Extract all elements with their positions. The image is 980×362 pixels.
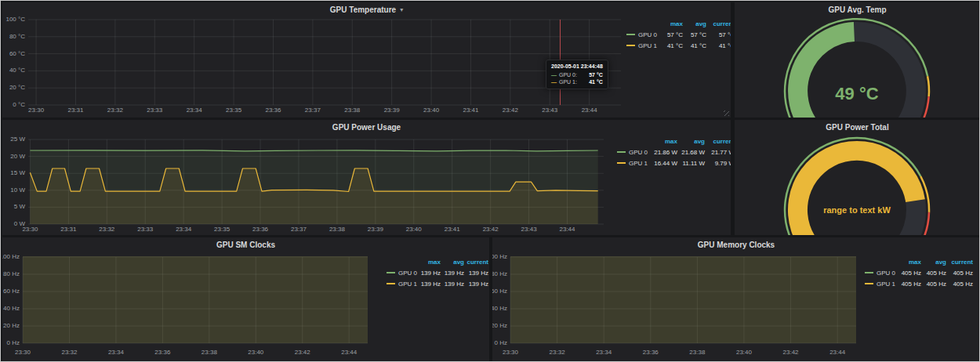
legend-value: 139 Hz bbox=[417, 270, 441, 277]
legend-header-avg[interactable]: avg bbox=[683, 20, 706, 27]
legend-header-max[interactable]: max bbox=[417, 259, 441, 266]
y-axis-label: 15 W bbox=[10, 170, 25, 176]
x-axis-label: 23:44 bbox=[829, 349, 845, 356]
legend-value: 41 °C bbox=[657, 42, 683, 49]
legend-value: 41 °C bbox=[706, 42, 731, 49]
x-axis-label: 23:40 bbox=[423, 107, 439, 114]
legend-value: 11.11 W bbox=[677, 160, 705, 167]
legend-value: 139 Hz bbox=[417, 281, 441, 288]
x-axis-label: 23:31 bbox=[67, 107, 83, 114]
chart-gpu-temperature[interactable]: 100 °C80 °C60 °C40 °C20 °C0 °C23:3023:31… bbox=[2, 2, 731, 118]
y-axis-label: 60 Hz bbox=[3, 288, 20, 295]
x-axis-label: 23:30 bbox=[28, 107, 44, 114]
legend-table: maxavgcurrentGPU 057 °C57 °C57 °CGPU 141… bbox=[626, 18, 729, 51]
x-axis-label: 23:40 bbox=[736, 349, 752, 356]
y-axis-label: 80 Hz bbox=[492, 271, 507, 277]
x-axis-label: 23:44 bbox=[582, 107, 597, 114]
legend-series-name[interactable]: GPU 0 bbox=[617, 149, 648, 156]
series-dash-icon bbox=[865, 283, 873, 284]
y-axis-label: 100 Hz bbox=[2, 254, 20, 260]
legend-header-current[interactable]: current bbox=[464, 259, 488, 266]
legend-header-current[interactable]: current bbox=[946, 259, 973, 266]
legend-header-max[interactable]: max bbox=[895, 259, 921, 266]
y-axis-label: 20 Hz bbox=[3, 323, 20, 329]
legend-value: 405 Hz bbox=[921, 281, 946, 288]
chart-gpu-sm-clocks[interactable]: 100 Hz80 Hz60 Hz40 Hz20 Hz0 Hz23:3023:32… bbox=[2, 237, 489, 361]
x-axis-label: 23:32 bbox=[550, 349, 565, 356]
chart-gpu-power-usage[interactable]: 25 W20 W15 W10 W5 W0 W23:3023:3123:3223:… bbox=[2, 120, 731, 235]
panel-header-gpu-power-usage[interactable]: GPU Power Usage bbox=[2, 120, 731, 134]
legend-header-avg[interactable]: avg bbox=[441, 259, 464, 266]
legend-header-current[interactable]: current bbox=[706, 20, 731, 27]
legend-value: 405 Hz bbox=[895, 270, 921, 277]
legend-series-name[interactable]: GPU 0 bbox=[865, 270, 895, 277]
legend-value: 21.86 W bbox=[648, 149, 677, 156]
panel-header-gpu-sm-clocks[interactable]: GPU SM Clocks bbox=[2, 237, 489, 252]
y-axis-label: 0 Hz bbox=[7, 340, 20, 346]
legend-value: 41 °C bbox=[683, 42, 706, 49]
panel-title[interactable]: GPU Temperature bbox=[330, 5, 396, 14]
x-axis-label: 23:34 bbox=[187, 107, 202, 114]
x-axis-label: 23:30 bbox=[503, 349, 518, 356]
series-dash-icon: — bbox=[551, 78, 557, 85]
x-axis-label: 23:32 bbox=[61, 349, 77, 356]
panel-gpu-temperature: GPU Temperature ▾ 100 °C80 °C60 °C40 °C2… bbox=[2, 2, 731, 118]
legend-table: maxavgcurrentGPU 0405 Hz405 Hz405 HzGPU … bbox=[865, 256, 970, 289]
x-axis-label: 23:36 bbox=[154, 349, 170, 356]
panel-resize-handle[interactable] bbox=[724, 110, 729, 116]
series-dash-icon bbox=[617, 162, 626, 164]
x-axis-label: 23:38 bbox=[344, 107, 360, 114]
panel-header-gpu-memory-clocks[interactable]: GPU Memory Clocks bbox=[492, 237, 980, 252]
legend-value: 139 Hz bbox=[464, 281, 488, 288]
panel-title[interactable]: GPU Power Usage bbox=[332, 123, 401, 132]
legend-value: 139 Hz bbox=[441, 270, 464, 277]
x-axis-label: 23:34 bbox=[108, 349, 124, 356]
x-axis-label: 23:37 bbox=[305, 107, 321, 114]
x-axis-label: 23:44 bbox=[341, 349, 357, 356]
panel-title[interactable]: GPU Power Total bbox=[826, 123, 888, 132]
panel-title[interactable]: GPU SM Clocks bbox=[216, 241, 275, 249]
panel-header-gpu-temperature[interactable]: GPU Temperature ▾ bbox=[2, 2, 731, 16]
legend-series-name[interactable]: GPU 1 bbox=[626, 42, 657, 49]
y-axis-label: 20 Hz bbox=[492, 323, 507, 329]
x-axis-label: 23:39 bbox=[384, 107, 400, 114]
panel-title[interactable]: GPU Avg. Temp bbox=[828, 5, 886, 14]
legend-header-avg[interactable]: avg bbox=[921, 259, 946, 266]
panel-title[interactable]: GPU Memory Clocks bbox=[698, 241, 775, 249]
series-dash-icon bbox=[626, 45, 635, 46]
legend-value: 405 Hz bbox=[946, 270, 973, 277]
series-dash-icon bbox=[387, 283, 395, 284]
legend-header-max[interactable]: max bbox=[657, 20, 683, 27]
legend-header-avg[interactable]: avg bbox=[677, 138, 705, 145]
panel-header-gpu-avg-temp[interactable]: GPU Avg. Temp bbox=[735, 2, 980, 16]
graph-tooltip: 2020-05-01 23:44:48 — GPU 0: 57 °C — GPU… bbox=[546, 60, 608, 89]
y-axis-label: 5 W bbox=[14, 204, 25, 210]
x-axis-label: 23:42 bbox=[295, 349, 310, 356]
legend-series-name[interactable]: GPU 0 bbox=[387, 270, 417, 277]
x-axis-label: 23:35 bbox=[214, 226, 230, 233]
chart-gpu-memory-clocks[interactable]: 100 Hz80 Hz60 Hz40 Hz20 Hz0 Hz23:3023:32… bbox=[492, 237, 980, 361]
panel-gpu-avg-temp: GPU Avg. Temp 49 °C bbox=[735, 2, 980, 118]
x-axis-label: 23:42 bbox=[483, 226, 499, 233]
legend-table: maxavgcurrentGPU 021.86 W21.68 W21.77 WG… bbox=[617, 136, 726, 168]
legend-header-current[interactable]: current bbox=[705, 138, 731, 145]
y-axis-label: 40 Hz bbox=[3, 306, 20, 312]
y-axis-label: 0 Hz bbox=[495, 340, 507, 346]
y-axis-label: 20 W bbox=[10, 154, 25, 160]
x-axis-label: 23:42 bbox=[503, 107, 518, 114]
legend-series-name[interactable]: GPU 1 bbox=[387, 281, 417, 288]
series-dash-icon bbox=[617, 151, 626, 153]
y-axis-label: 40 Hz bbox=[492, 306, 507, 312]
legend-series-name[interactable]: GPU 1 bbox=[617, 160, 648, 167]
legend-series-name[interactable]: GPU 1 bbox=[865, 281, 895, 288]
legend-header-max[interactable]: max bbox=[648, 138, 677, 145]
legend-series-name[interactable]: GPU 0 bbox=[626, 31, 657, 38]
panel-header-gpu-power-total[interactable]: GPU Power Total bbox=[735, 120, 980, 134]
legend-value: 9.79 W bbox=[705, 160, 731, 167]
y-axis-label: 80 °C bbox=[9, 34, 25, 40]
legend-value: 139 Hz bbox=[464, 270, 488, 277]
series-dash-icon bbox=[865, 272, 873, 273]
chart-canvas bbox=[2, 2, 731, 118]
y-axis-label: 25 W bbox=[10, 136, 25, 143]
tooltip-row: — GPU 1: 41 °C bbox=[551, 78, 603, 85]
